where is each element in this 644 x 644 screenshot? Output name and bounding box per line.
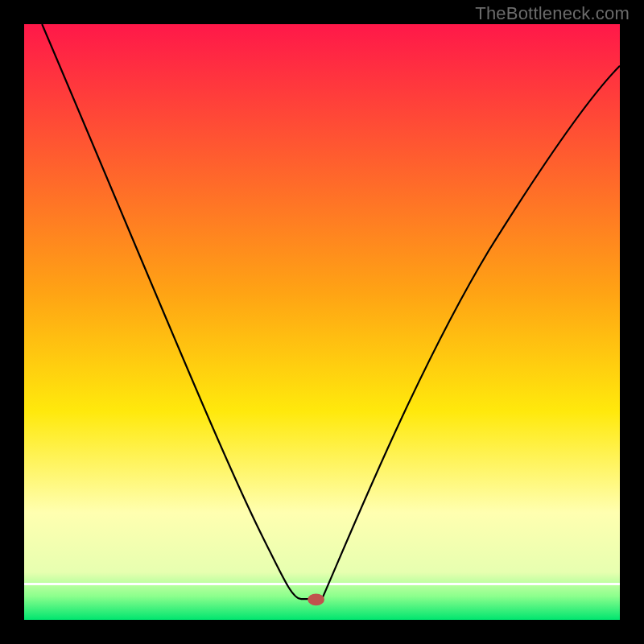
bottleneck-chart — [24, 24, 620, 620]
marker-point — [308, 593, 324, 605]
chart-frame: TheBottleneck.com — [0, 0, 644, 644]
watermark-text: TheBottleneck.com — [475, 3, 630, 24]
gradient-background — [24, 24, 620, 620]
plot-area — [24, 24, 620, 620]
